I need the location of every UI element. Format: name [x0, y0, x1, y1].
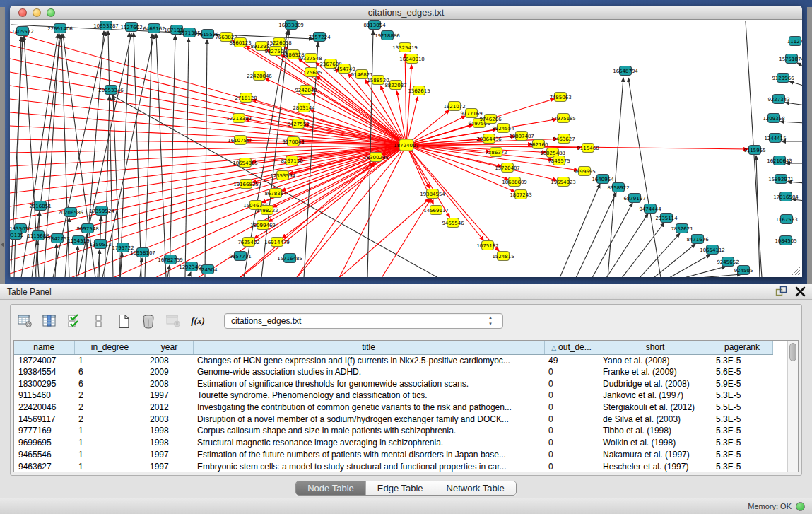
- network-node[interactable]: 16914479: [264, 238, 290, 247]
- network-node[interactable]: 11127: [787, 37, 802, 46]
- table-cell[interactable]: 5.9E-5: [712, 378, 772, 390]
- tab-network-table[interactable]: Network Table: [435, 481, 516, 495]
- table-cell[interactable]: 5.3E-5: [712, 390, 772, 402]
- table-cell[interactable]: 6: [74, 366, 146, 378]
- table-cell[interactable]: 1: [74, 460, 146, 472]
- table-cell[interactable]: 2008: [146, 378, 193, 390]
- network-node[interactable]: 2935114: [655, 214, 678, 223]
- network-node[interactable]: 924505: [734, 266, 753, 275]
- table-cell[interactable]: 9777169: [14, 425, 74, 437]
- network-node[interactable]: 1209358: [763, 114, 784, 123]
- network-node[interactable]: 9242848: [295, 86, 317, 95]
- table-cell[interactable]: Estimation of the future numbers of pati…: [193, 449, 544, 461]
- collapse-panel-arrow-icon[interactable]: [1, 242, 4, 247]
- show-columns-button[interactable]: [41, 313, 58, 329]
- network-node[interactable]: 10654112: [700, 245, 725, 255]
- table-cell[interactable]: 19384554: [14, 366, 74, 378]
- network-node[interactable]: 15751074: [779, 54, 802, 64]
- network-node[interactable]: 9115955: [743, 146, 765, 155]
- table-cell[interactable]: 5.3E-5: [712, 460, 772, 472]
- table-vertical-scrollbar[interactable]: [787, 341, 798, 472]
- table-cell[interactable]: 5.5E-5: [712, 402, 772, 414]
- table-cell[interactable]: 0: [544, 437, 599, 449]
- network-node[interactable]: 1524815: [492, 252, 514, 261]
- column-header-year[interactable]: year: [146, 341, 193, 354]
- column-header-title[interactable]: title: [193, 341, 544, 354]
- table-cell[interactable]: Nakamura et al. (1997): [599, 449, 712, 461]
- table-cell[interactable]: Hescheler et al. (1997): [599, 460, 712, 472]
- network-node[interactable]: 7857224: [308, 33, 331, 42]
- table-cell[interactable]: 0: [544, 378, 599, 390]
- column-header-short[interactable]: short: [599, 341, 712, 354]
- network-node[interactable]: 20206586: [58, 208, 83, 217]
- table-cell[interactable]: de Silva et al. (2003): [599, 413, 712, 425]
- table-cell[interactable]: Genome-wide association studies in ADHD.: [193, 366, 544, 378]
- network-node[interactable]: 1084505: [775, 236, 796, 245]
- table-cell[interactable]: 0: [544, 390, 599, 402]
- network-node[interactable]: 16648794: [613, 66, 638, 76]
- resize-grip-icon[interactable]: [791, 266, 801, 276]
- table-cell[interactable]: Jankovic et al. (1997): [599, 390, 712, 402]
- network-node[interactable]: 9129966: [772, 74, 794, 83]
- table-selector-dropdown[interactable]: citations_edges.txt ▲▼: [224, 313, 503, 329]
- table-cell[interactable]: Yano et al. (2008): [599, 354, 712, 366]
- table-cell[interactable]: Tourette syndrome. Phenomenology and cla…: [193, 390, 544, 402]
- table-cell[interactable]: 2012: [146, 402, 193, 414]
- tab-edge-table[interactable]: Edge Table: [366, 481, 435, 495]
- table-cell[interactable]: 0: [544, 449, 599, 461]
- network-node[interactable]: 9699695: [573, 167, 595, 176]
- table-cell[interactable]: 5.3E-5: [712, 437, 772, 449]
- table-cell[interactable]: Structural magnetic resonance image aver…: [193, 437, 544, 449]
- table-row[interactable]: 977716911998Corpus callosum shape and si…: [14, 425, 772, 437]
- table-cell[interactable]: 2008: [146, 354, 193, 366]
- table-cell[interactable]: 1998: [146, 425, 193, 437]
- table-row[interactable]: 2242004622012Investigating the contribut…: [14, 402, 772, 414]
- delete-column-trash-button[interactable]: [140, 313, 157, 329]
- network-node[interactable]: 19218886: [375, 31, 400, 40]
- table-cell[interactable]: 5.3E-5: [712, 354, 772, 366]
- network-node[interactable]: 16033809: [278, 21, 304, 30]
- table-cell[interactable]: 0: [544, 402, 599, 414]
- table-cell[interactable]: 49: [544, 354, 599, 366]
- close-panel-icon[interactable]: [794, 286, 806, 298]
- table-row[interactable]: 1456911722003Disruption of a novel membe…: [14, 413, 772, 425]
- table-cell[interactable]: Franke et al. (2009): [599, 366, 712, 378]
- network-node[interactable]: 8471676: [686, 235, 709, 244]
- table-cell[interactable]: 6: [74, 378, 146, 390]
- network-node[interactable]: 1175685: [300, 68, 322, 77]
- table-cell[interactable]: 2: [74, 413, 146, 425]
- function-builder-button[interactable]: f(x): [189, 313, 206, 329]
- table-cell[interactable]: 9699695: [14, 437, 74, 449]
- scrollbar-thumb[interactable]: [789, 343, 796, 361]
- table-cell[interactable]: Embryonic stem cells: a model to study s…: [193, 460, 544, 472]
- column-header-name[interactable]: name: [14, 341, 74, 354]
- table-cell[interactable]: 1998: [146, 437, 193, 449]
- network-node[interactable]: 93139: [10, 230, 23, 240]
- table-cell[interactable]: 5.6E-5: [712, 366, 772, 378]
- network-node[interactable]: 9115460: [577, 144, 599, 153]
- table-cell[interactable]: 18724007: [14, 354, 74, 366]
- table-cell[interactable]: 2: [74, 390, 146, 402]
- network-node[interactable]: 6879197: [623, 194, 645, 203]
- table-cell[interactable]: Estimation of significance thresholds fo…: [193, 378, 544, 390]
- network-node[interactable]: 19384554: [420, 189, 445, 199]
- network-node[interactable]: 9465546: [442, 218, 464, 228]
- network-node[interactable]: 22691406: [47, 24, 73, 33]
- deselect-rows-button[interactable]: [90, 313, 107, 329]
- table-cell[interactable]: Corpus callosum shape and size in male p…: [193, 425, 544, 437]
- network-node[interactable]: 1621072: [443, 102, 465, 111]
- network-node[interactable]: 14569117: [423, 206, 449, 215]
- table-settings-button[interactable]: [16, 313, 33, 329]
- table-row[interactable]: 1938455462009Genome-wide association stu…: [14, 366, 772, 378]
- network-node[interactable]: 8427552: [287, 119, 309, 129]
- network-node[interactable]: 19654923: [551, 177, 576, 187]
- table-cell[interactable]: Stergiakouli et al. (2012): [599, 402, 712, 414]
- table-row[interactable]: 946362711997Embryonic stem cells: a mode…: [14, 460, 772, 472]
- network-node[interactable]: 22420046: [247, 71, 272, 81]
- network-node[interactable]: 9245652: [717, 257, 739, 267]
- memory-status-icon[interactable]: [796, 502, 805, 511]
- table-cell[interactable]: 1: [74, 425, 146, 437]
- table-cell[interactable]: 0: [544, 413, 599, 425]
- table-cell[interactable]: 5.3E-5: [712, 449, 772, 461]
- table-cell[interactable]: Tibbo et al. (1998): [599, 425, 712, 437]
